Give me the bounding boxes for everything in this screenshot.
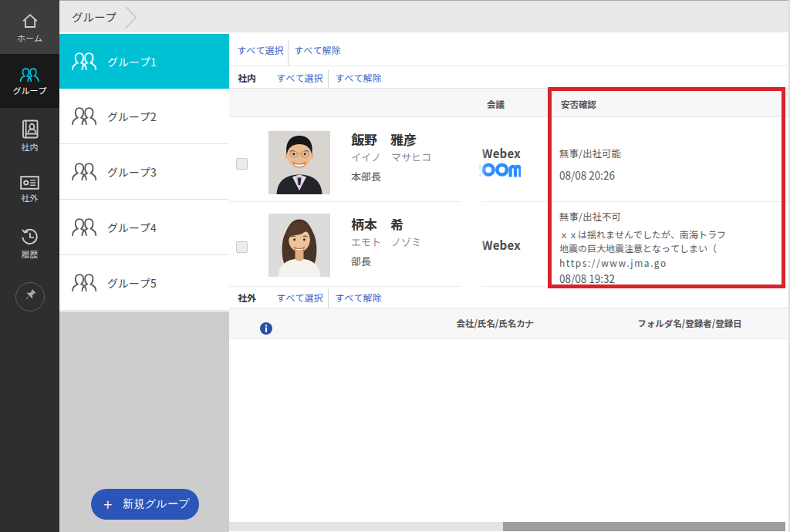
member-photo — [268, 131, 330, 194]
external-section-header: 社外 すべて選択 すべて解除 — [229, 287, 790, 308]
deselect-all-link[interactable]: すべて解除 — [335, 291, 382, 304]
member-name: 飯野 雅彦 — [351, 132, 417, 147]
safety-cell: 無事/出社可能 08/08 20:26 — [559, 117, 790, 202]
divider — [288, 40, 289, 66]
history-icon — [21, 228, 39, 246]
column-header-company: 会社/氏名/氏名カナ — [422, 317, 569, 330]
webex-logo[interactable]: Webex — [482, 147, 521, 159]
member-photo — [268, 214, 330, 277]
group-item-label: グループ2 — [107, 109, 157, 124]
plus-icon: ＋ — [100, 497, 115, 511]
external-section-label: 社外 — [238, 291, 256, 304]
sidebar-item-external[interactable]: 社外 — [0, 162, 59, 216]
home-icon — [21, 12, 39, 30]
member-kana: エモト ノゾミ — [351, 236, 421, 247]
group-list-item-4[interactable]: グループ4 — [59, 200, 229, 255]
main-content: すべて選択 すべて解除 社内 すべて選択 すべて解除 会議 安否確認 — [229, 32, 790, 532]
group-icon — [70, 162, 99, 181]
group-item-label: グループ1 — [107, 54, 157, 69]
safety-cell: 無事/出社不可 ｘｘは揺れませんでしたが、南海トラフ 地震の巨大地震注意となって… — [559, 202, 790, 287]
deselect-all-link[interactable]: すべて解除 — [294, 43, 341, 56]
safety-time: 08/08 19:32 — [559, 272, 615, 285]
info-icon[interactable] — [260, 320, 272, 332]
divider — [328, 289, 329, 308]
group-list-item-1[interactable]: グループ1 — [59, 34, 229, 89]
sidebar-item-history[interactable]: 履歴 — [0, 216, 59, 270]
webex-logo[interactable]: Webex — [482, 239, 521, 251]
group-icon — [70, 217, 99, 237]
sidebar-item-label: 履歴 — [22, 250, 39, 258]
address-book-icon — [22, 120, 39, 139]
sidebar-item-internal[interactable]: 社内 — [0, 108, 59, 162]
chevron-right-icon — [124, 5, 138, 33]
select-all-link[interactable]: すべて選択 — [276, 71, 323, 84]
member-row: 柄本 希 エモト ノゾミ 部長 Webex 無事/出社不可 ｘｘは揺れませんでし… — [229, 202, 790, 287]
sidebar: ホーム グループ 社内 — [0, 0, 59, 532]
group-icon — [70, 273, 99, 292]
column-header-safety: 安否確認 — [561, 98, 596, 110]
sidebar-item-label: ホーム — [17, 34, 42, 42]
member-row: 飯野 雅彦 イイノ マサヒコ 本部長 Webex 無事/出社可能 08/08 2… — [229, 117, 790, 202]
member-kana: イイノ マサヒコ — [351, 151, 431, 163]
safety-status: 無事/出社不可 — [559, 210, 621, 223]
new-group-button[interactable]: ＋ 新規グループ — [91, 489, 199, 520]
internal-section-header: 社内 すべて選択 すべて解除 — [229, 66, 790, 89]
fade-overlay — [461, 117, 488, 202]
business-card-icon — [20, 176, 39, 190]
sidebar-item-home[interactable]: ホーム — [0, 0, 59, 54]
group-item-label: グループ4 — [107, 220, 157, 235]
breadcrumb-bar: グループ — [59, 0, 790, 32]
divider — [328, 69, 329, 88]
pin-icon — [24, 288, 37, 306]
scrollbar-thumb[interactable] — [503, 522, 785, 531]
group-selection-toolbar: すべて選択 すべて解除 — [229, 32, 790, 66]
sidebar-item-label: 社外 — [22, 194, 39, 202]
safety-time: 08/08 20:26 — [559, 169, 615, 181]
column-header-meeting: 会議 — [487, 98, 505, 110]
group-icon — [19, 67, 40, 82]
external-table-header: 会社/氏名/氏名カナ フォルダ名/登録者/登録日 — [229, 308, 790, 339]
row-checkbox[interactable] — [236, 241, 248, 253]
select-all-link[interactable]: すべて選択 — [276, 291, 323, 304]
app-window: ホーム グループ 社内 — [0, 0, 790, 532]
safety-message: ｘｘは揺れませんでしたが、南海トラフ 地震の巨大地震注意となってしまい（ htt… — [559, 227, 726, 270]
internal-section-label: 社内 — [238, 71, 256, 84]
member-table-header: 会議 安否確認 — [229, 89, 790, 117]
sidebar-item-label: 社内 — [22, 143, 39, 151]
column-header-folder: フォルダ名/登録者/登録日 — [616, 317, 763, 329]
safety-status: 無事/出社可能 — [559, 147, 621, 160]
member-title: 部長 — [351, 255, 371, 267]
member-name: 柄本 希 — [351, 217, 403, 232]
breadcrumb[interactable]: グループ — [72, 10, 116, 25]
sidebar-item-label: グループ — [13, 86, 47, 95]
member-title: 本部長 — [351, 170, 381, 182]
select-all-link[interactable]: すべて選択 — [237, 43, 284, 56]
group-list-item-5[interactable]: グループ5 — [59, 255, 229, 311]
group-list-item-2[interactable]: グループ2 — [59, 89, 229, 144]
row-checkbox[interactable] — [236, 158, 248, 170]
group-icon — [70, 52, 99, 71]
group-item-label: グループ5 — [107, 275, 157, 291]
group-icon — [70, 106, 99, 126]
horizontal-scrollbar[interactable] — [229, 522, 785, 531]
group-list-panel: グループ1 グループ2 グループ3 グループ4 — [59, 32, 229, 532]
deselect-all-link[interactable]: すべて解除 — [335, 71, 382, 84]
fade-overlay — [461, 202, 488, 287]
group-list-item-3[interactable]: グループ3 — [59, 144, 229, 200]
sidebar-item-group[interactable]: グループ — [0, 54, 59, 108]
pin-button[interactable] — [15, 282, 45, 311]
group-item-label: グループ3 — [107, 164, 157, 180]
